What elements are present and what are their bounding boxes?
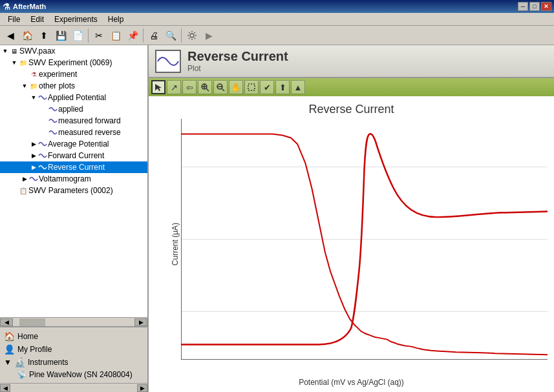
menu-item-file[interactable]: File: [3, 14, 25, 25]
tree-item-applied[interactable]: applied: [0, 103, 147, 115]
close-button[interactable]: ✕: [541, 2, 551, 11]
titlebar-buttons[interactable]: ─ □ ✕: [518, 2, 551, 11]
bottom-hscroll-track[interactable]: [10, 384, 137, 392]
toolbar-cut-button[interactable]: ✂: [91, 28, 107, 43]
folder-other-plots-icon: 📁: [28, 81, 39, 91]
expand-icon-average-potential[interactable]: ▶: [30, 141, 37, 147]
tree-label-experiment: experiment: [39, 70, 77, 79]
tree-label-reverse-current: Reverse Current: [48, 163, 105, 172]
plot-settings-button[interactable]: ▲: [291, 80, 305, 94]
svg-line-2: [206, 88, 209, 91]
plot-toolbar: ↗ ⇦ ✋ ✔ ⬆ ▲: [149, 78, 554, 96]
instruments-expand-icon[interactable]: ▼: [4, 358, 12, 367]
instrument-device-icon: 📡: [17, 370, 27, 379]
toolbar-save-button[interactable]: 💾: [53, 28, 69, 43]
toolbar-search-button[interactable]: 🔍: [163, 28, 178, 43]
toolbar-separator-3: [181, 28, 182, 43]
toolbar-paste-button[interactable]: 📌: [125, 28, 140, 43]
expand-icon-voltammogram[interactable]: ▶: [21, 176, 28, 182]
instruments-icon: 🔬: [14, 357, 25, 367]
hscroll-left-btn[interactable]: ◀: [0, 318, 13, 326]
plot-select-button[interactable]: [151, 80, 165, 94]
tree-item-swv-experiment[interactable]: ▼ 📁 SWV Experiment (0069): [0, 57, 147, 68]
wave-rev-icon: [37, 162, 48, 172]
wave-volt-icon: [28, 174, 39, 184]
tree-label-measured-reverse: measured reverse: [58, 128, 121, 137]
toolbar-new-button[interactable]: 📄: [70, 28, 85, 43]
tree-item-experiment[interactable]: ⚗ experiment: [0, 68, 147, 80]
left-hscroll[interactable]: ◀ ▶: [0, 317, 147, 326]
menu-item-edit[interactable]: Edit: [25, 14, 49, 25]
profile-icon: 👤: [4, 344, 15, 355]
svg-point-0: [190, 34, 194, 37]
tree-item-measured-forward[interactable]: measured forward: [0, 115, 147, 127]
bottom-hscroll-left-btn[interactable]: ◀: [0, 384, 10, 392]
plot-pan-left-button[interactable]: ⇦: [182, 80, 197, 94]
wave-fwd-icon: [37, 150, 48, 161]
svg-rect-8: [248, 84, 255, 90]
toolbar-up-button[interactable]: ⬆: [36, 28, 52, 43]
plot-export-button[interactable]: ⬆: [275, 80, 290, 94]
tree-label-applied: applied: [58, 105, 83, 114]
expand-icon-applied-potential[interactable]: ▼: [30, 94, 37, 101]
bottom-profile-item[interactable]: 👤 My Profile: [4, 343, 144, 356]
tree-item-forward-current[interactable]: ▶ Forward Current: [0, 150, 147, 161]
expand-icon-forward-current[interactable]: ▶: [30, 152, 37, 159]
plot-fit-button[interactable]: ✔: [260, 80, 274, 94]
toolbar-print-button[interactable]: 🖨: [146, 28, 162, 43]
tree-view[interactable]: ▼ 🖥 SWV.paax ▼ 📁 SWV Experiment (0069) ⚗…: [0, 45, 147, 317]
minimize-button[interactable]: ─: [518, 2, 528, 11]
chart-title: Reverse Current: [149, 103, 554, 116]
toolbar-copy-button[interactable]: 📋: [108, 28, 123, 43]
tree-label-swv-parameters: SWV Parameters (0002): [28, 186, 113, 195]
plot-title: Reverse Current: [187, 49, 288, 64]
hscroll-track[interactable]: [13, 318, 134, 326]
bottom-home-item[interactable]: 🏠 Home: [4, 330, 144, 343]
experiment-icon: ⚗: [28, 69, 39, 79]
title-bar: ⚗ AfterMath ─ □ ✕: [0, 0, 554, 13]
tree-item-other-plots[interactable]: ▼ 📁 other plots: [0, 80, 147, 92]
wave-applied-icon: [48, 104, 58, 114]
tree-item-reverse-current[interactable]: ▶ Reverse Current: [0, 161, 147, 173]
plot-box-select-button[interactable]: [244, 80, 259, 94]
expand-icon-reverse-current[interactable]: ▶: [30, 164, 37, 170]
tree-root[interactable]: ▼ 🖥 SWV.paax: [0, 45, 147, 57]
plot-arrow-button[interactable]: ↗: [167, 80, 181, 94]
bottom-instruments-item[interactable]: ▼ 🔬 Instruments: [4, 356, 144, 369]
menu-item-help[interactable]: Help: [103, 14, 129, 25]
tree-item-voltammogram[interactable]: ▶ Voltammogram: [0, 173, 147, 185]
toolbar-settings-button[interactable]: [184, 28, 200, 43]
plot-title-area: Reverse Current Plot: [187, 49, 288, 73]
wave-measured-reverse-icon: [48, 127, 58, 138]
wave-icon: [37, 92, 48, 103]
folder-icon: 📁: [18, 57, 28, 68]
plot-zoom-out-button[interactable]: [213, 80, 228, 94]
chart-container: Reverse Current B Current (μA) Potential…: [149, 96, 554, 392]
tree-item-applied-potential[interactable]: ▼ Applied Potential: [0, 92, 147, 103]
bottom-hscroll-right-btn[interactable]: ▶: [137, 384, 147, 392]
instrument-name-label: Pine WaveNow (SN 2408004): [29, 370, 133, 379]
tree-label-average-potential: Average Potential: [48, 139, 109, 149]
hscroll-right-btn[interactable]: ▶: [134, 318, 147, 326]
plot-subtitle: Plot: [187, 64, 288, 73]
instruments-label: Instruments: [28, 358, 69, 367]
titlebar-left: ⚗ AfterMath: [3, 2, 46, 12]
toolbar-back-button[interactable]: ◀: [3, 28, 18, 43]
hscroll-thumb[interactable]: [19, 318, 45, 326]
bottom-hscroll[interactable]: ◀ ▶: [0, 383, 147, 392]
tree-item-swv-parameters[interactable]: 📋 SWV Parameters (0002): [0, 185, 147, 196]
bottom-instrument-name-item[interactable]: 📡 Pine WaveNow (SN 2408004): [4, 369, 144, 380]
expand-icon-other-plots[interactable]: ▼: [21, 83, 28, 89]
toolbar: ◀ 🏠 ⬆ 💾 📄 ✂ 📋 📌 🖨 🔍 ▶: [0, 26, 554, 45]
expand-icon[interactable]: ▼: [10, 59, 18, 66]
plot-hand-button[interactable]: ✋: [229, 80, 243, 94]
params-icon: 📋: [18, 185, 28, 196]
tree-item-average-potential[interactable]: ▶ Average Potential: [0, 138, 147, 150]
tree-item-measured-reverse[interactable]: measured reverse: [0, 127, 147, 138]
home-label: Home: [17, 332, 38, 341]
expand-icon[interactable]: ▼: [1, 48, 9, 54]
toolbar-home-button[interactable]: 🏠: [19, 28, 35, 43]
plot-zoom-in-button[interactable]: [198, 80, 212, 94]
maximize-button[interactable]: □: [529, 2, 540, 11]
menu-item-experiments[interactable]: Experiments: [49, 14, 103, 25]
